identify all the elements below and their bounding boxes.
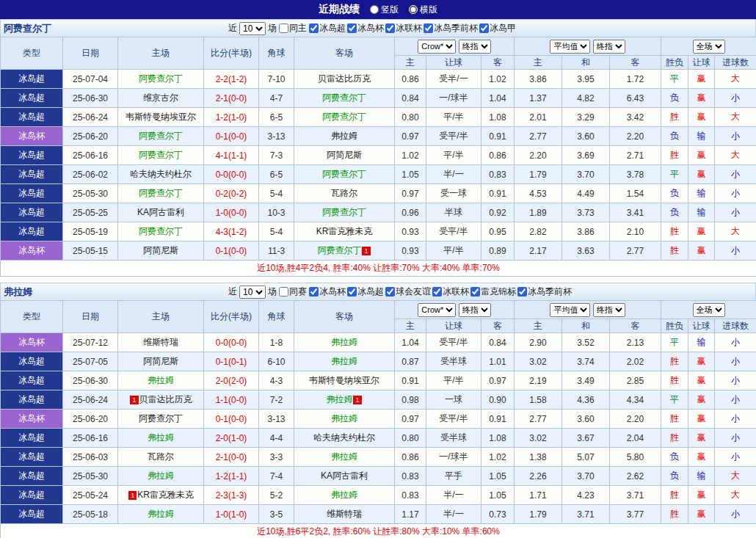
layout-option-horizontal[interactable]: 横版 bbox=[409, 4, 437, 16]
eu-stage-select[interactable]: 终指 bbox=[593, 40, 625, 54]
team-name-link[interactable]: 阿费查尔丁 bbox=[322, 169, 366, 179]
eu-home-odds: 2.20 bbox=[515, 146, 562, 165]
league-filter-checkbox[interactable] bbox=[385, 287, 395, 297]
same-filter-checkbox[interactable] bbox=[279, 23, 288, 33]
league-filter-checkbox[interactable] bbox=[385, 23, 395, 33]
league-filter[interactable]: 冰岛杯 bbox=[347, 22, 384, 34]
team-name-link[interactable]: 哈夫纳夫约杜尔 bbox=[130, 169, 192, 179]
team-name-link[interactable]: 弗拉姆 bbox=[331, 356, 357, 366]
team-name-link[interactable]: 阿简尼斯 bbox=[143, 356, 178, 366]
odds-stage-select[interactable]: 终指 bbox=[459, 303, 491, 317]
same-filter[interactable]: 同主 bbox=[279, 22, 307, 34]
recent-count-select[interactable]: 10 bbox=[239, 22, 266, 35]
league-filter[interactable]: 冰联杯 bbox=[385, 22, 422, 34]
team-name-link[interactable]: 弗拉姆 bbox=[148, 509, 174, 519]
team-name-link[interactable]: 瓦路尔 bbox=[148, 451, 174, 462]
eu-source-select[interactable]: 平均值 bbox=[550, 303, 590, 317]
team-name-link[interactable]: 阿费查尔丁 bbox=[322, 112, 366, 122]
league-filter[interactable]: 雷克锦标 bbox=[470, 286, 516, 298]
team-name-link[interactable]: 瓦路尔 bbox=[331, 188, 357, 198]
scope-select[interactable]: 全场 bbox=[693, 303, 725, 317]
team-name-link[interactable]: 阿费查尔丁 bbox=[139, 226, 183, 236]
team-name-link[interactable]: 哈夫纳夫约杜尔 bbox=[313, 432, 375, 443]
eu-draw-odds: 3.63 bbox=[562, 241, 610, 261]
eu-stage-select[interactable]: 终指 bbox=[593, 303, 625, 317]
date-cell: 25-05-24 bbox=[63, 486, 118, 505]
league-filter[interactable]: 冰岛季前杯 bbox=[424, 22, 478, 34]
team-name-link[interactable]: 阿简尼斯 bbox=[143, 245, 178, 255]
league-filter-checkbox[interactable] bbox=[347, 23, 357, 33]
team-name-link[interactable]: 阿简尼斯 bbox=[327, 150, 362, 160]
league-filter[interactable]: 冰岛甲 bbox=[479, 22, 516, 34]
same-filter[interactable]: 同赛 bbox=[279, 286, 307, 298]
league-filter[interactable]: 冰岛季前杯 bbox=[517, 286, 572, 298]
ah-away-odds: 0.91 bbox=[481, 410, 515, 429]
corners-cell: 3-3 bbox=[259, 448, 294, 467]
layout-radio-vertical[interactable] bbox=[370, 5, 379, 14]
layout-option-vertical[interactable]: 竖版 bbox=[370, 4, 399, 16]
league-filter[interactable]: 冰岛杯 bbox=[309, 286, 346, 298]
team-name-link[interactable]: 弗拉姆 bbox=[331, 131, 357, 141]
team-name-link[interactable]: KA阿古雷利 bbox=[137, 207, 184, 217]
league-filter-checkbox[interactable] bbox=[479, 23, 489, 33]
odds-source-select[interactable]: Crow* bbox=[418, 40, 456, 54]
team-name-link[interactable]: 弗拉姆 bbox=[331, 337, 357, 347]
league-filter-checkbox[interactable] bbox=[470, 287, 480, 297]
team-name-link[interactable]: 阿费查尔丁 bbox=[317, 245, 361, 255]
league-filter-checkbox[interactable] bbox=[517, 287, 527, 297]
team-name-link[interactable]: 弗拉姆 bbox=[148, 375, 174, 385]
league-filter-checkbox[interactable] bbox=[309, 23, 319, 33]
team-name-link[interactable]: KA阿古雷利 bbox=[321, 470, 368, 481]
team-name-link[interactable]: 弗拉姆 bbox=[331, 413, 357, 424]
corners-cell: 3-13 bbox=[259, 410, 294, 429]
team-name-link[interactable]: 阿费查尔丁 bbox=[322, 207, 366, 217]
team-name-link[interactable]: 阿费查尔丁 bbox=[139, 150, 183, 160]
league-filter[interactable]: 冰联杯 bbox=[432, 286, 469, 298]
league-filter-checkbox[interactable] bbox=[424, 23, 433, 33]
score-cell: 1-0(1-0) bbox=[204, 505, 259, 524]
away-team-cell: 阿简尼斯 bbox=[294, 146, 395, 165]
league-filter[interactable]: 冰岛超 bbox=[347, 286, 384, 298]
team-name-link[interactable]: KR雷克雅未克 bbox=[137, 490, 194, 500]
team-name-link[interactable]: 贝雷达比历克 bbox=[318, 73, 371, 84]
league-filter-checkbox[interactable] bbox=[432, 287, 442, 297]
team-name-link[interactable]: 弗拉姆 bbox=[148, 470, 174, 481]
eu-home-odds: 4.53 bbox=[515, 184, 562, 203]
recent-count-select[interactable]: 10 bbox=[239, 286, 266, 299]
odds-source-select[interactable]: Crow* bbox=[418, 303, 456, 317]
team-name-link[interactable]: 弗拉姆 bbox=[331, 451, 357, 462]
team-name-link[interactable]: 韦斯特曼纳埃亚尔 bbox=[309, 375, 379, 385]
league-filter[interactable]: 冰岛超 bbox=[309, 22, 346, 34]
team-name-link[interactable]: 阿费查尔丁 bbox=[139, 188, 183, 198]
team-name-link[interactable]: 贝雷达比历克 bbox=[139, 394, 192, 404]
team-name-link[interactable]: 阿费查尔丁 bbox=[139, 413, 183, 424]
odds-stage-select[interactable]: 终指 bbox=[459, 40, 491, 54]
scope-select[interactable]: 全场 bbox=[693, 40, 725, 54]
date-cell: 25-06-24 bbox=[63, 108, 118, 127]
eu-home-odds: 1.37 bbox=[515, 89, 562, 108]
league-filter[interactable]: 球会友谊 bbox=[385, 286, 431, 298]
league-filter-checkbox[interactable] bbox=[309, 287, 319, 297]
eu-source-select[interactable]: 平均值 bbox=[550, 40, 590, 54]
team-name-link[interactable]: 维斯特瑞 bbox=[143, 337, 178, 347]
home-team-cell: 哈夫纳夫约杜尔 bbox=[118, 165, 204, 184]
team-name-link[interactable]: 弗拉姆 bbox=[331, 490, 357, 500]
team-name-link[interactable]: 维京古尔 bbox=[143, 92, 178, 103]
team-name-link[interactable]: KR雷克雅未克 bbox=[316, 226, 373, 236]
same-filter-checkbox[interactable] bbox=[279, 287, 288, 297]
league-type-cell: 冰岛超 bbox=[1, 505, 63, 524]
team-name-link[interactable]: 韦斯特曼纳埃亚尔 bbox=[126, 112, 196, 122]
date-cell: 25-05-30 bbox=[63, 184, 118, 203]
team-name-link[interactable]: 阿费查尔丁 bbox=[139, 73, 183, 84]
league-filter-checkbox[interactable] bbox=[347, 287, 357, 297]
ah-handicap-cell: 受平/半 bbox=[426, 333, 481, 352]
ah-home-odds: 0.97 bbox=[395, 410, 426, 429]
team-name-link[interactable]: 维斯特瑞 bbox=[327, 509, 362, 519]
team-name-link[interactable]: 阿费查尔丁 bbox=[139, 131, 183, 141]
match-row: 冰岛超25-05-30阿费查尔丁0-2(0-2)5-4瓦路尔0.97受一球0.9… bbox=[1, 184, 756, 203]
team-name-link[interactable]: 弗拉姆 bbox=[148, 432, 174, 443]
team-name-link[interactable]: 阿费查尔丁 bbox=[322, 92, 366, 103]
team-name-link[interactable]: 弗拉姆 bbox=[326, 394, 352, 404]
layout-radio-horizontal[interactable] bbox=[409, 5, 418, 14]
date-cell: 25-07-04 bbox=[63, 70, 118, 89]
